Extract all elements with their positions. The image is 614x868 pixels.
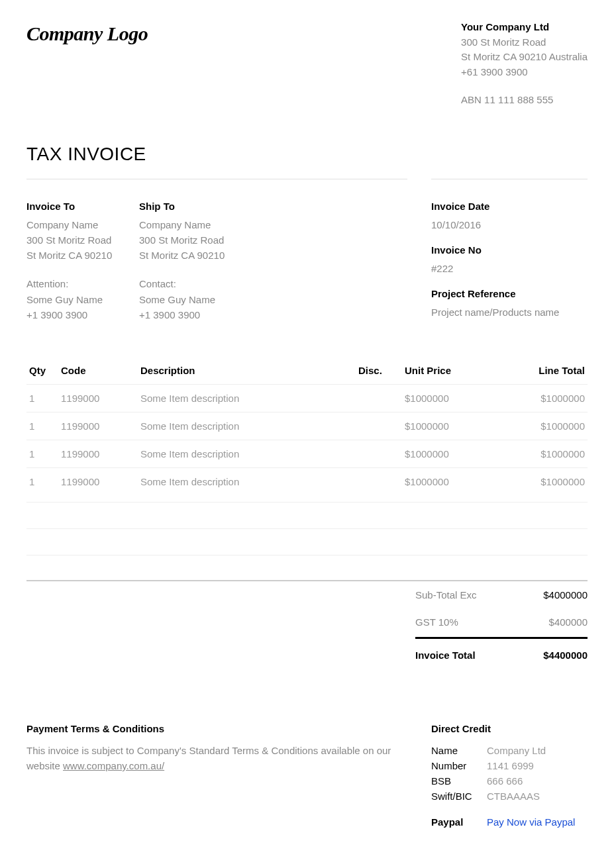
table-row: 11199000Some Item description$1000000$10… <box>26 440 588 468</box>
empty-rows <box>26 502 588 581</box>
subtotal-label: Sub-Total Exc <box>415 588 477 602</box>
table-row: 11199000Some Item description$1000000$10… <box>26 385 588 412</box>
cell-code: 1199000 <box>58 412 138 440</box>
meta-block: Invoice Date 10/10/2016 Invoice No #222 … <box>431 199 588 331</box>
paypal-label: Paypal <box>431 815 487 829</box>
company-address-1: 300 St Moritz Road <box>461 35 588 50</box>
terms-heading: Payment Terms & Conditions <box>26 722 407 736</box>
header: Company Logo Your Company Ltd 300 St Mor… <box>26 20 588 108</box>
paypal-link[interactable]: Pay Now via Paypal <box>487 815 575 829</box>
cell-desc: Some Item description <box>138 385 356 412</box>
divider-row <box>26 179 588 179</box>
invoice-to-addr1: 300 St Moritz Road <box>26 232 139 248</box>
cell-qty: 1 <box>26 412 58 440</box>
dc-number-label: Number <box>431 759 487 773</box>
terms-link[interactable]: www.company.com.au/ <box>63 760 164 771</box>
dc-name-label: Name <box>431 744 487 757</box>
company-phone: +61 3900 3900 <box>461 65 588 80</box>
table-row: 11199000Some Item description$1000000$10… <box>26 468 588 496</box>
invoice-no-value: #222 <box>431 261 588 276</box>
direct-credit-block: Direct Credit Name Company Ltd Number 11… <box>431 722 588 829</box>
subtotal-value: $4000000 <box>543 588 588 602</box>
company-logo: Company Logo <box>26 20 148 108</box>
col-line: Line Total <box>495 357 588 385</box>
invoice-date-label: Invoice Date <box>431 199 588 213</box>
ship-to-contact-label: Contact: <box>139 276 431 291</box>
ship-to-addr1: 300 St Moritz Road <box>139 232 431 248</box>
cell-code: 1199000 <box>58 385 138 412</box>
cell-desc: Some Item description <box>138 440 356 468</box>
cell-unit: $1000000 <box>402 412 495 440</box>
dc-name-value: Company Ltd <box>487 744 546 757</box>
cell-line: $1000000 <box>495 385 588 412</box>
ship-to-heading: Ship To <box>139 199 431 213</box>
ship-to-addr2: St Moritz CA 90210 <box>139 248 431 263</box>
total-label: Invoice Total <box>415 648 476 662</box>
dc-bsb-value: 666 666 <box>487 774 523 788</box>
gst-value: $400000 <box>549 615 588 629</box>
items-table: Qty Code Description Disc. Unit Price Li… <box>26 357 588 495</box>
cell-unit: $1000000 <box>402 440 495 468</box>
col-unit: Unit Price <box>402 357 495 385</box>
terms-block: Payment Terms & Conditions This invoice … <box>26 722 407 829</box>
dc-swift-label: Swift/BIC <box>431 789 487 803</box>
cell-desc: Some Item description <box>138 468 356 496</box>
cell-disc <box>356 468 402 496</box>
cell-code: 1199000 <box>58 440 138 468</box>
invoice-to-addr2: St Moritz CA 90210 <box>26 248 139 263</box>
direct-credit-heading: Direct Credit <box>431 722 588 736</box>
company-abn: ABN 11 111 888 555 <box>461 93 588 108</box>
cell-qty: 1 <box>26 468 58 496</box>
totals-block: Sub-Total Exc $4000000 GST 10% $400000 I… <box>26 581 588 669</box>
invoice-date-value: 10/10/2016 <box>431 217 588 232</box>
footer: Payment Terms & Conditions This invoice … <box>26 722 588 829</box>
invoice-to-block: Invoice To Company Name 300 St Moritz Ro… <box>26 199 139 331</box>
cell-line: $1000000 <box>495 468 588 496</box>
table-row: 11199000Some Item description$1000000$10… <box>26 412 588 440</box>
cell-disc <box>356 385 402 412</box>
cell-qty: 1 <box>26 385 58 412</box>
col-code: Code <box>58 357 138 385</box>
dc-bsb-label: BSB <box>431 774 487 788</box>
ship-to-contact-phone: +1 3900 3900 <box>139 307 431 322</box>
invoice-to-heading: Invoice To <box>26 199 139 213</box>
ship-to-block: Ship To Company Name 300 St Moritz Road … <box>139 199 431 331</box>
cell-unit: $1000000 <box>402 468 495 496</box>
cell-line: $1000000 <box>495 440 588 468</box>
invoice-to-attn-name: Some Guy Name <box>26 292 139 307</box>
invoice-to-attn-phone: +1 3900 3900 <box>26 307 139 322</box>
invoice-to-attn-label: Attention: <box>26 276 139 291</box>
cell-disc <box>356 440 402 468</box>
col-qty: Qty <box>26 357 58 385</box>
ship-to-contact-name: Some Guy Name <box>139 292 431 307</box>
company-info: Your Company Ltd 300 St Moritz Road St M… <box>461 20 588 108</box>
dc-swift-value: CTBAAAAS <box>487 789 540 803</box>
gst-label: GST 10% <box>415 615 458 629</box>
cell-qty: 1 <box>26 440 58 468</box>
cell-line: $1000000 <box>495 412 588 440</box>
invoice-no-label: Invoice No <box>431 243 588 257</box>
cell-disc <box>356 412 402 440</box>
company-address-2: St Moritz CA 90210 Australia <box>461 50 588 65</box>
document-title: TAX INVOICE <box>26 141 588 167</box>
dc-number-value: 1141 6999 <box>487 759 534 773</box>
col-desc: Description <box>138 357 356 385</box>
total-value: $4400000 <box>543 648 588 662</box>
cell-desc: Some Item description <box>138 412 356 440</box>
invoice-to-name: Company Name <box>26 217 139 232</box>
info-row: Invoice To Company Name 300 St Moritz Ro… <box>26 199 588 331</box>
cell-unit: $1000000 <box>402 385 495 412</box>
ship-to-name: Company Name <box>139 217 431 232</box>
cell-code: 1199000 <box>58 468 138 496</box>
project-ref-label: Project Reference <box>431 287 588 301</box>
col-disc: Disc. <box>356 357 402 385</box>
company-name: Your Company Ltd <box>461 20 588 35</box>
project-ref-value: Project name/Products name <box>431 305 588 320</box>
